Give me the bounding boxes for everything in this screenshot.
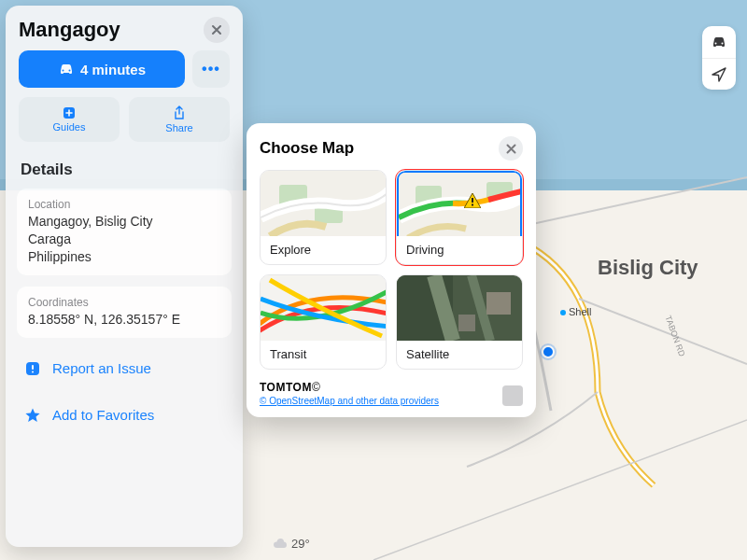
satellite-preview [397, 275, 522, 341]
close-icon [506, 144, 516, 154]
svg-rect-15 [472, 204, 473, 206]
star-icon [22, 405, 43, 426]
weather-provider-badge [502, 385, 523, 406]
temperature-value: 29° [291, 537, 310, 551]
plus-square-icon [63, 106, 76, 119]
map-tile-explore[interactable]: Explore [260, 170, 387, 265]
svg-rect-20 [458, 315, 475, 331]
temperature-chip[interactable]: 29° [273, 537, 310, 551]
locate-me-button[interactable] [702, 58, 736, 90]
map-controls [702, 26, 736, 90]
svg-rect-7 [32, 371, 34, 372]
share-label: Share [165, 122, 192, 133]
coordinates-value: 8.18558° N, 126.35157° E [28, 311, 220, 329]
svg-point-0 [715, 43, 717, 45]
tomtom-brand: TOMTOM© [260, 381, 439, 394]
map-tile-transit[interactable]: Transit [260, 274, 387, 370]
location-value: Mangagoy, Bislig City Caraga Philippines [28, 213, 220, 266]
satellite-label: Satellite [397, 341, 522, 369]
poi-shell[interactable]: Shell [560, 306, 591, 317]
close-modal-button[interactable] [499, 136, 523, 161]
svg-point-1 [722, 43, 724, 45]
attribution-link[interactable]: © OpenStreetMap and other data providers [260, 396, 439, 406]
location-row: Location Mangagoy, Bislig City Caraga Ph… [17, 189, 232, 275]
svg-rect-14 [472, 198, 473, 203]
report-issue-label: Report an Issue [52, 360, 151, 376]
map-mode-button[interactable] [702, 26, 736, 58]
details-heading: Details [6, 153, 243, 183]
transit-label: Transit [261, 341, 386, 369]
driving-preview [397, 171, 522, 236]
guides-button[interactable]: Guides [19, 97, 120, 142]
share-button[interactable]: Share [129, 97, 230, 142]
add-favorite-label: Add to Favorites [52, 407, 154, 423]
warning-icon [464, 193, 481, 208]
close-icon [211, 24, 222, 35]
guides-label: Guides [53, 121, 86, 133]
close-card-button[interactable] [204, 17, 230, 43]
map-tile-driving[interactable]: Driving [396, 170, 523, 265]
map-city-label: Bislig City [598, 257, 698, 279]
location-label: Location [28, 198, 220, 211]
svg-rect-6 [32, 365, 34, 370]
add-favorite-button[interactable]: Add to Favorites [17, 396, 232, 435]
svg-rect-19 [486, 292, 511, 315]
share-icon [173, 105, 186, 120]
transit-preview [261, 275, 386, 341]
directions-label: 4 minutes [80, 62, 146, 77]
more-actions-button[interactable]: ••• [192, 50, 230, 88]
user-location-dot [542, 345, 555, 358]
choose-map-modal: Choose Map Explore Driving Transit [247, 123, 536, 417]
explore-preview [261, 171, 386, 236]
driving-label: Driving [397, 236, 522, 264]
explore-label: Explore [261, 236, 386, 264]
report-icon [22, 358, 43, 379]
report-issue-button[interactable]: Report an Issue [17, 349, 232, 388]
coordinates-label: Coordinates [28, 296, 220, 309]
modal-title: Choose Map [260, 139, 354, 158]
place-card: Mangagoy 4 minutes ••• Guides Share Deta… [6, 6, 243, 547]
coordinates-row: Coordinates 8.18558° N, 126.35157° E [17, 287, 232, 338]
directions-button[interactable]: 4 minutes [19, 50, 185, 88]
svg-point-3 [68, 70, 70, 72]
cloud-icon [273, 538, 288, 551]
map-tile-satellite[interactable]: Satellite [396, 274, 523, 370]
svg-point-2 [62, 70, 63, 72]
car-icon [58, 63, 75, 76]
place-title: Mangagoy [19, 18, 120, 42]
